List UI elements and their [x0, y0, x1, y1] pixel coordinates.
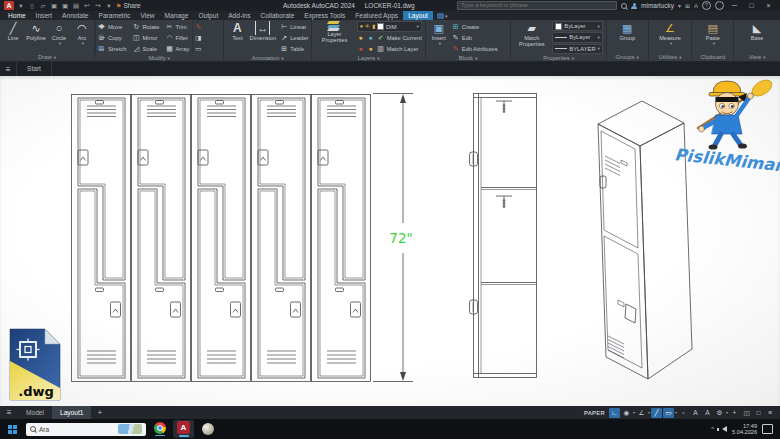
- model-tab[interactable]: Model: [18, 406, 52, 419]
- notification-center-icon[interactable]: [762, 424, 773, 434]
- redo-icon[interactable]: ↪: [94, 0, 102, 11]
- close-button[interactable]: ×: [762, 0, 775, 11]
- tab-layout[interactable]: Layout: [403, 11, 433, 20]
- utilities-panel-label[interactable]: Utilities▾: [649, 53, 692, 61]
- taskbar-clock[interactable]: 17:49 5.04.2026: [732, 423, 757, 436]
- locker-front-view[interactable]: [72, 95, 371, 382]
- height-dimension[interactable]: 72": [373, 94, 413, 382]
- trim-button[interactable]: ✂Trim: [165, 21, 189, 32]
- object-snap-icon[interactable]: ▭: [663, 408, 674, 418]
- app-menu-caret-icon[interactable]: ▾: [17, 0, 25, 11]
- autocad-taskbar-icon[interactable]: A: [173, 420, 194, 438]
- stretch-button[interactable]: ↔Stretch: [98, 43, 126, 54]
- help-search-input[interactable]: [457, 1, 617, 10]
- circle-button[interactable]: ○ Circle ▾: [49, 21, 69, 53]
- annotation-scale-icon[interactable]: A: [702, 408, 713, 418]
- workspace-caret-icon[interactable]: ▾: [726, 410, 728, 415]
- layer-dropdown[interactable]: ● ☀ ▮ DIM ▾: [357, 21, 422, 32]
- polar-caret-icon[interactable]: ▾: [648, 410, 650, 415]
- scale-button[interactable]: ◿Scale: [132, 43, 159, 54]
- autocad-logo-icon[interactable]: A: [4, 1, 14, 10]
- clean-screen-icon[interactable]: □: [753, 408, 764, 418]
- fillet-button[interactable]: ◠Fillet: [165, 32, 189, 43]
- locker-unit[interactable]: [132, 95, 191, 382]
- draw-panel-label[interactable]: Draw▾: [0, 53, 94, 61]
- new-file-icon[interactable]: ▯: [28, 0, 36, 11]
- mirror-button[interactable]: ◫Mirror: [132, 32, 159, 43]
- snap-mode-icon[interactable]: ◉: [621, 408, 632, 418]
- overkill-icon[interactable]: ▭: [195, 45, 201, 53]
- insert-button[interactable]: ▣ Insert ▾: [429, 21, 449, 54]
- locker-side-view[interactable]: [470, 94, 537, 378]
- match-layer-button[interactable]: ● ● ▥ Match Layer: [357, 44, 422, 54]
- paste-button[interactable]: ▤ Paste ▾: [703, 21, 723, 53]
- speaker-icon[interactable]: [719, 426, 727, 432]
- group-button[interactable]: ▦ Group: [617, 21, 637, 53]
- match-properties-button[interactable]: ▰ Match Properties: [514, 21, 549, 54]
- annotation-panel-label[interactable]: Annotation▾: [224, 54, 311, 62]
- object-color-dropdown[interactable]: ByLayer ▾: [552, 21, 603, 31]
- arc-button[interactable]: ◠ Arc ▾: [72, 21, 92, 53]
- app-store-icon[interactable]: ⊞: [685, 2, 690, 9]
- tab-insert[interactable]: Insert: [31, 11, 58, 20]
- layer-properties-button[interactable]: Layer Properties: [315, 21, 353, 54]
- share-button[interactable]: ⚑ Share: [116, 2, 141, 9]
- layout-menu-icon[interactable]: ≡: [0, 408, 18, 417]
- modify-panel-label[interactable]: Modify▾: [95, 54, 223, 62]
- tab-home[interactable]: Home: [3, 11, 31, 20]
- view-panel-label[interactable]: View▾: [734, 53, 780, 61]
- linear-button[interactable]: ⊢Linear: [280, 21, 306, 32]
- new-layout-button[interactable]: +: [91, 408, 108, 417]
- erase-pencil-icon[interactable]: ✎: [196, 23, 201, 31]
- workspace-gear-icon[interactable]: ⚙: [714, 408, 725, 418]
- polyline-button[interactable]: ∿ Polyline: [26, 21, 46, 53]
- customization-plus-icon[interactable]: +: [729, 408, 740, 418]
- edit-attributes-button[interactable]: ✎Edit Attributes: [452, 43, 498, 54]
- layers-panel-label[interactable]: Layers▾: [312, 54, 424, 62]
- locker-isometric-view[interactable]: [598, 101, 692, 379]
- snap-caret-icon[interactable]: ▾: [633, 410, 635, 415]
- tray-expand-icon[interactable]: ^: [711, 426, 714, 432]
- explode-icon[interactable]: ◨: [195, 34, 201, 42]
- save-as-icon[interactable]: ▣: [61, 0, 69, 11]
- tray-units-icon[interactable]: ◫: [741, 408, 752, 418]
- save-icon[interactable]: ▣: [50, 0, 58, 11]
- paper-space-label[interactable]: PAPER: [584, 410, 605, 416]
- tab-featured-apps[interactable]: Featured Apps: [350, 11, 403, 20]
- user-avatar-icon[interactable]: [631, 3, 637, 9]
- open-icon[interactable]: ▱: [39, 0, 47, 11]
- taskbar-search[interactable]: Ara: [26, 423, 146, 436]
- tab-manage[interactable]: Manage: [160, 11, 194, 20]
- measure-button[interactable]: ∠ Measure ▾: [659, 21, 681, 53]
- start-button[interactable]: [8, 425, 17, 434]
- chrome-taskbar-icon[interactable]: [151, 422, 168, 437]
- osnap-caret-icon[interactable]: ▾: [675, 410, 677, 415]
- block-panel-label[interactable]: Block▾: [426, 54, 511, 62]
- notification-bell-icon[interactable]: [715, 1, 724, 10]
- status-menu-icon[interactable]: ≡: [765, 408, 776, 418]
- leader-button[interactable]: ↗Leader: [280, 32, 308, 43]
- file-tab-start[interactable]: Start: [16, 62, 52, 76]
- base-button[interactable]: ◣ Base: [747, 21, 767, 53]
- undo-icon[interactable]: ↩: [83, 0, 91, 11]
- app-taskbar-icon[interactable]: [199, 423, 216, 435]
- username[interactable]: mimarlucky: [641, 2, 674, 9]
- locker-unit[interactable]: [72, 95, 131, 382]
- locker-unit[interactable]: [192, 95, 251, 382]
- lineweight-dropdown[interactable]: BYLAYER ▾: [552, 44, 603, 54]
- annotation-visibility-icon[interactable]: ▫: [678, 408, 689, 418]
- ucs-icon[interactable]: ∟: [609, 408, 620, 418]
- copy-button[interactable]: ▱Copy: [98, 32, 126, 43]
- tab-annotate[interactable]: Annotate: [57, 11, 93, 20]
- help-icon[interactable]: ?: [702, 1, 711, 10]
- linetype-dropdown[interactable]: ByLayer ▾: [552, 32, 603, 42]
- ribbon-display-toggle[interactable]: ▾: [433, 11, 452, 20]
- qat-caret-icon[interactable]: ▾: [105, 0, 113, 11]
- tab-express-tools[interactable]: Express Tools: [299, 11, 350, 20]
- line-button[interactable]: ╱ Line: [3, 21, 23, 53]
- move-button[interactable]: ✚Move: [98, 21, 126, 32]
- search-icon[interactable]: [621, 3, 627, 9]
- text-button[interactable]: A Text: [227, 21, 247, 54]
- file-tabs-menu-icon[interactable]: ≡: [0, 65, 16, 74]
- rotate-button[interactable]: ↻Rotate: [132, 21, 159, 32]
